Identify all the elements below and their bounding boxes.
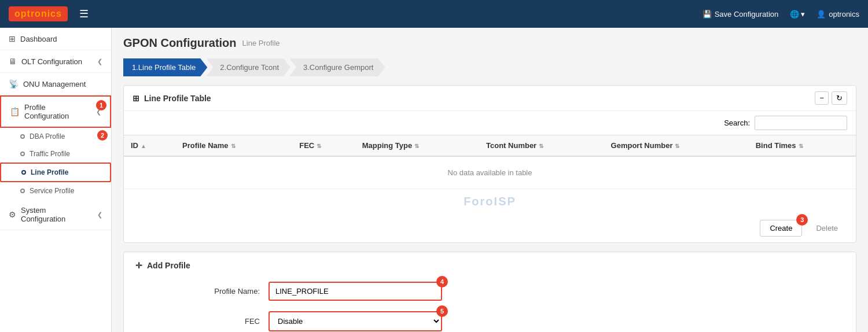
dot-icon <box>21 170 26 175</box>
profile-name-input[interactable] <box>269 282 442 301</box>
create-btn-wrapper: Create 3 <box>760 220 802 237</box>
onu-icon: 📡 <box>9 79 19 88</box>
fec-row: FEC Disable Enable 5 <box>135 311 844 331</box>
sidebar-item-onu-mgmt[interactable]: 📡 ONU Management <box>0 73 111 95</box>
table-controls: − ↻ <box>815 91 847 105</box>
logo-text: tronics <box>27 9 62 19</box>
no-data-cell: No data available in table <box>124 156 856 189</box>
col-id: ID▲ <box>124 135 175 157</box>
sort-icon: ⇅ <box>414 143 419 149</box>
main-content: GPON Configuration Line Profile 1.Line P… <box>112 28 868 332</box>
table-icon: ⊞ <box>133 94 139 103</box>
fec-select[interactable]: Disable Enable <box>269 311 442 331</box>
col-gemport-number: Gemport Number⇅ <box>604 135 749 157</box>
sort-icon: ⇅ <box>231 143 236 149</box>
sort-icon: ⇅ <box>675 143 679 149</box>
profile-name-wrapper: 4 <box>269 282 442 301</box>
wizard-step-2[interactable]: 2.Configure Tcont <box>206 58 290 76</box>
hamburger-icon[interactable]: ☰ <box>79 8 89 20</box>
globe-icon: 🌐 <box>790 10 799 19</box>
step1-label: 1.Line Profile Table <box>132 63 196 72</box>
search-row: Search: <box>124 111 856 135</box>
sidebar-sub-label: Traffic Profile <box>30 150 70 158</box>
add-icon: ✛ <box>135 261 142 270</box>
wizard-step-1[interactable]: 1.Line Profile Table <box>123 58 207 76</box>
sidebar-sub-label: DBA Profile <box>30 132 65 141</box>
wizard-steps: 1.Line Profile Table 2.Configure Tcont 3… <box>123 58 856 76</box>
sidebar-item-olt-config[interactable]: 🖥 OLT Configuration ❮ <box>0 50 111 73</box>
navbar-right: 💾 Save Configuration 🌐 ▾ 👤 optronics <box>703 10 859 19</box>
table-thead: ID▲ Profile Name⇅ FEC⇅ Mapping Type⇅ Tco… <box>124 135 856 157</box>
system-icon: ⚙ <box>9 210 16 219</box>
sidebar-sub-label: Service Profile <box>30 187 74 195</box>
profile-name-row: Profile Name: 4 <box>135 282 844 301</box>
sidebar-sub-dba-profile[interactable]: DBA Profile 2 <box>0 128 111 145</box>
chevron-icon: ❮ <box>97 211 102 219</box>
profile-name-label: Profile Name: <box>182 287 269 296</box>
chevron-icon: ❮ <box>97 58 102 65</box>
watermark: ForoISP <box>124 189 856 214</box>
logo: optronics <box>9 6 68 21</box>
fec-wrapper: Disable Enable 5 <box>269 311 442 331</box>
create-badge: 3 <box>796 214 808 226</box>
add-profile-title-label: Add Profile <box>147 261 190 270</box>
sidebar-sub-service-profile[interactable]: Service Profile <box>0 182 111 200</box>
delete-button[interactable]: Delete <box>807 220 847 237</box>
wizard-step-3[interactable]: 3.Configure Gemport <box>289 58 385 76</box>
dot-icon <box>20 134 25 139</box>
sidebar-sub-traffic-profile[interactable]: Traffic Profile <box>0 145 111 163</box>
user-menu[interactable]: 👤 optronics <box>816 10 859 19</box>
search-label: Search: <box>724 119 750 127</box>
table-body: No data available in table <box>124 156 856 189</box>
sidebar-item-label: OLT Configuration <box>21 57 82 66</box>
navbar: optronics ☰ 💾 Save Configuration 🌐 ▾ 👤 o… <box>0 0 868 28</box>
sidebar-sub-label: Line Profile <box>31 168 68 176</box>
save-config-button[interactable]: 💾 Save Configuration <box>703 10 779 19</box>
fec-badge: 5 <box>436 305 448 317</box>
add-profile-section: ✛ Add Profile Profile Name: 4 FEC Disabl… <box>123 252 856 332</box>
brand: optronics ☰ <box>9 6 89 21</box>
page-subtitle: Line Profile <box>242 39 280 47</box>
data-table: ID▲ Profile Name⇅ FEC⇅ Mapping Type⇅ Tco… <box>124 135 856 189</box>
create-button[interactable]: Create <box>760 220 802 237</box>
search-input[interactable] <box>755 116 847 130</box>
language-selector[interactable]: 🌐 ▾ <box>790 10 805 19</box>
sidebar-item-dashboard[interactable]: ⊞ Dashboard <box>0 28 111 50</box>
save-config-label: Save Configuration <box>715 10 779 19</box>
sort-icon: ⇅ <box>799 143 803 149</box>
table-header-row: ID▲ Profile Name⇅ FEC⇅ Mapping Type⇅ Tco… <box>124 135 856 157</box>
dot-icon <box>20 152 25 156</box>
minimize-button[interactable]: − <box>815 91 829 105</box>
dot-icon <box>20 189 25 193</box>
no-data-row: No data available in table <box>124 156 856 189</box>
sidebar: ⊞ Dashboard 🖥 OLT Configuration ❮ 📡 ONU … <box>0 28 112 332</box>
table-header: ⊞ Line Profile Table − ↻ <box>124 86 856 111</box>
sidebar-item-label: ONU Management <box>23 80 86 88</box>
page-header: GPON Configuration Line Profile <box>123 36 856 50</box>
col-profile-name: Profile Name⇅ <box>175 135 292 157</box>
col-mapping-type: Mapping Type⇅ <box>355 135 479 157</box>
sidebar-item-label: System Configuration <box>21 206 93 223</box>
profile-name-badge: 4 <box>436 276 448 287</box>
action-row: Create 3 Delete <box>124 214 856 242</box>
sidebar-item-label: Profile Configuration <box>24 103 91 120</box>
sort-icon: ⇅ <box>317 143 321 149</box>
sidebar-item-label: Dashboard <box>20 35 57 43</box>
table-section: ⊞ Line Profile Table − ↻ Search: ID▲ Pro… <box>123 85 856 243</box>
add-profile-title: ✛ Add Profile <box>135 261 844 270</box>
logo-prefix: op <box>14 9 27 19</box>
sidebar-sub-line-profile[interactable]: Line Profile <box>0 163 111 182</box>
profile-config-badge: 1 <box>96 100 106 110</box>
sidebar-item-system-config[interactable]: ⚙ System Configuration ❮ <box>0 200 111 230</box>
lang-arrow: ▾ <box>801 10 805 19</box>
table-title-label: Line Profile Table <box>144 94 211 103</box>
sort-icon: ▲ <box>141 143 146 149</box>
sort-icon: ⇅ <box>539 143 543 149</box>
refresh-button[interactable]: ↻ <box>832 91 847 105</box>
profile-icon: 📋 <box>10 107 20 116</box>
col-tcont-number: Tcont Number⇅ <box>479 135 604 157</box>
dba-badge: 2 <box>97 130 108 141</box>
dashboard-icon: ⊞ <box>9 34 16 43</box>
sidebar-item-profile-config[interactable]: 📋 Profile Configuration ❮ 1 <box>0 95 111 128</box>
fec-label: FEC <box>182 317 269 326</box>
